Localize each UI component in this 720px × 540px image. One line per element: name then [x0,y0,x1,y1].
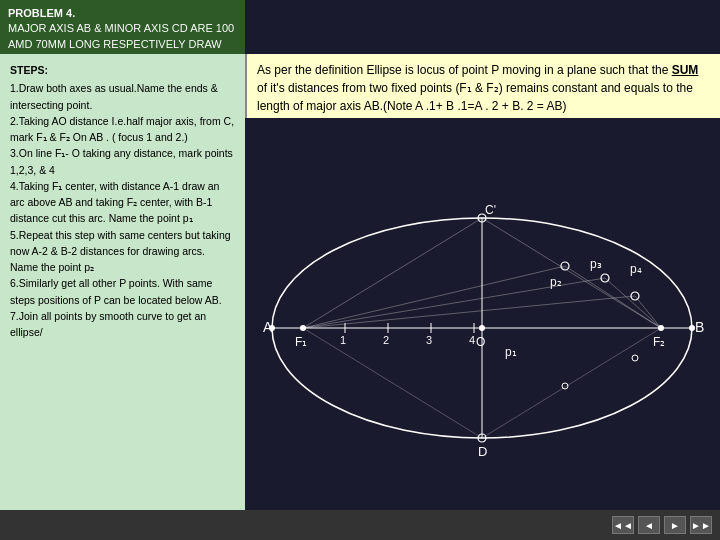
label-F1: F₁ [295,335,307,349]
label-4: 4 [469,334,475,346]
label-C: C' [485,203,496,217]
step-3: 3.On line F₁- O taking any distance, mar… [10,145,235,178]
definition-text-before: As per the definition Ellipse is locus o… [257,63,672,77]
label-2: 2 [383,334,389,346]
sum-word: SUM [672,63,699,77]
ellipse-diagram: A B F₁ F₂ O C' D 1 2 3 4 p₁ p₂ p₃ p₄ [245,118,720,510]
label-p3: p₃ [590,257,602,271]
svg-point-29 [689,325,695,331]
step-7: 7.Join all points by smooth curve to get… [10,308,235,341]
problem-title: PROBLEM 4. [8,7,75,19]
svg-point-28 [269,325,275,331]
steps-title: STEPS: [10,62,235,78]
step-4: 4.Taking F₁ center, with distance A-1 dr… [10,178,235,227]
svg-point-26 [658,325,664,331]
definition-text-after: of it's distances from two fixed points … [257,81,693,113]
step-2: 2.Taking AO distance I.e.half major axis… [10,113,235,146]
label-p1: p₁ [505,345,517,359]
svg-point-27 [479,325,485,331]
drawing-area: A B F₁ F₂ O C' D 1 2 3 4 p₁ p₂ p₃ p₄ [245,118,720,510]
label-O: O [476,335,485,349]
definition-box: As per the definition Ellipse is locus o… [245,54,720,122]
label-p2: p₂ [550,275,562,289]
nav-next-button[interactable]: ► [664,516,686,534]
label-B: B [695,319,704,335]
label-p4: p₄ [630,262,642,276]
step-6: 6.Similarly get all other P points. With… [10,275,235,308]
nav-first-button[interactable]: ◄◄ [612,516,634,534]
nav-prev-button[interactable]: ◄ [638,516,660,534]
nav-last-button[interactable]: ►► [690,516,712,534]
step-1: 1.Draw both axes as usual.Name the ends … [10,80,235,113]
step-5: 5.Repeat this step with same centers but… [10,227,235,276]
label-1: 1 [340,334,346,346]
label-F2: F₂ [653,335,665,349]
label-3: 3 [426,334,432,346]
navigation-bar: ◄◄ ◄ ► ►► [0,510,720,540]
svg-point-25 [300,325,306,331]
label-D: D [478,444,487,459]
steps-box: STEPS: 1.Draw both axes as usual.Name th… [0,54,245,510]
